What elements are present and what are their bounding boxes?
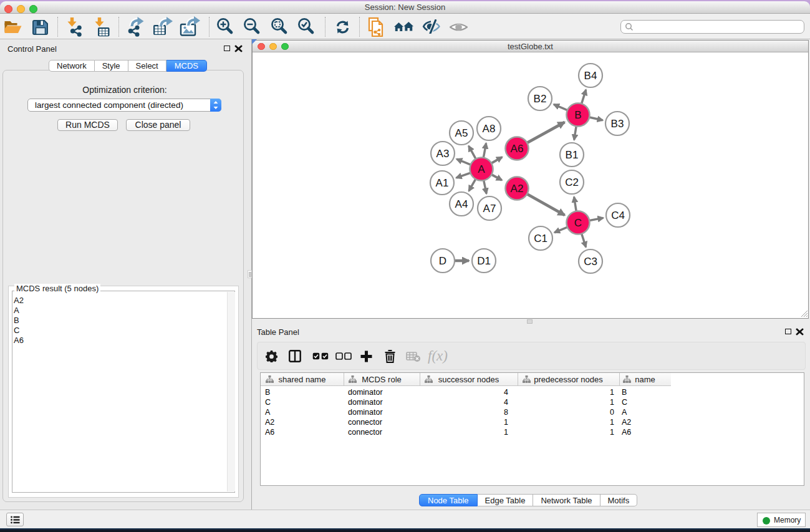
svg-text:A8: A8 bbox=[483, 123, 496, 135]
svg-text:B1: B1 bbox=[566, 149, 579, 161]
svg-text:A2: A2 bbox=[511, 183, 524, 195]
svg-text:B: B bbox=[574, 109, 581, 121]
svg-text:A1: A1 bbox=[436, 177, 449, 189]
svg-text:A7: A7 bbox=[483, 203, 496, 215]
svg-text:A6: A6 bbox=[511, 143, 524, 155]
svg-text:C2: C2 bbox=[565, 177, 579, 188]
svg-text:C1: C1 bbox=[534, 233, 547, 244]
svg-text:A5: A5 bbox=[455, 127, 468, 139]
svg-text:B4: B4 bbox=[584, 70, 597, 82]
svg-text:A3: A3 bbox=[436, 148, 450, 160]
svg-text:D1: D1 bbox=[477, 255, 491, 267]
svg-text:A: A bbox=[478, 163, 485, 175]
svg-text:C: C bbox=[574, 217, 582, 229]
svg-text:C4: C4 bbox=[611, 210, 625, 221]
svg-text:C3: C3 bbox=[584, 256, 597, 268]
svg-text:B2: B2 bbox=[534, 93, 547, 105]
svg-text:B3: B3 bbox=[611, 118, 624, 130]
svg-text:D: D bbox=[439, 255, 446, 267]
svg-text:A4: A4 bbox=[455, 198, 468, 210]
